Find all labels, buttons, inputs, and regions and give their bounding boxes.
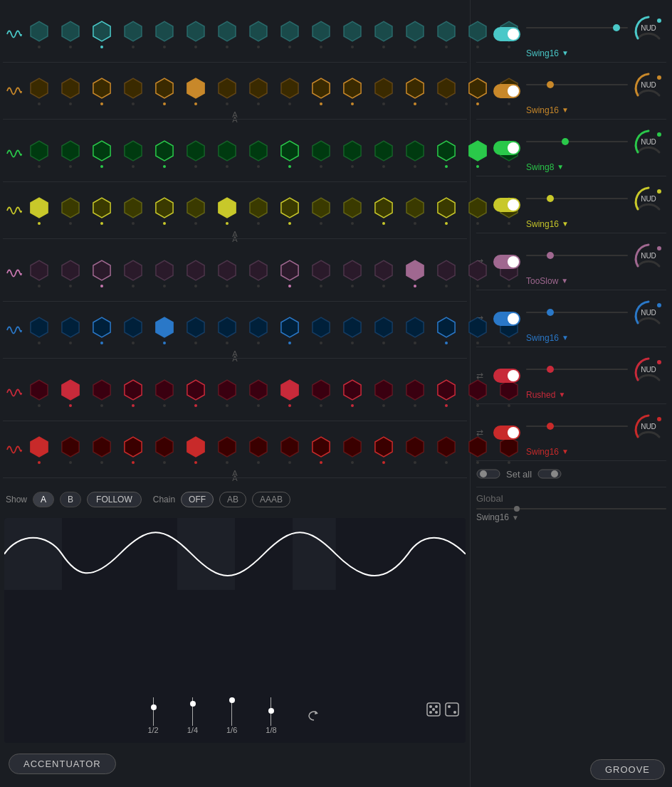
global-dropdown-arrow[interactable]: ▼ [512, 514, 519, 522]
hex-cell-3-8[interactable] [275, 139, 305, 169]
hex-cell-1-2[interactable] [87, 19, 117, 49]
hex-cell-4-10[interactable] [337, 196, 367, 226]
hex-cell-3-2[interactable] [87, 139, 117, 169]
hex-cell-5-0[interactable] [24, 258, 54, 288]
hex-cell-8-1[interactable] [56, 435, 85, 465]
hex-cell-8-9[interactable] [306, 435, 336, 465]
hex-cell-2-9[interactable] [306, 76, 336, 106]
hex-cell-7-14[interactable] [463, 378, 493, 408]
hex-cell-2-5[interactable] [181, 76, 211, 106]
hex-cell-1-0[interactable] [24, 19, 54, 49]
chain-ab-btn[interactable]: AB [219, 492, 246, 507]
hex-cell-1-4[interactable] [149, 19, 179, 49]
swing-dropdown-4[interactable]: ▼ [562, 220, 569, 228]
hex-cell-5-13[interactable] [431, 258, 461, 288]
hex-cell-6-0[interactable] [24, 315, 54, 345]
hex-cell-7-7[interactable] [243, 378, 273, 408]
hex-cell-2-7[interactable] [243, 76, 273, 106]
hex-cell-6-2[interactable] [87, 315, 117, 345]
hex-cell-5-10[interactable] [337, 258, 367, 288]
knob-7[interactable]: NUD [631, 352, 666, 387]
chain-off-btn[interactable]: OFF [181, 492, 214, 507]
hex-cell-3-9[interactable] [306, 139, 336, 169]
hex-cell-2-4[interactable] [149, 76, 179, 106]
hex-cell-4-6[interactable] [212, 196, 242, 226]
hex-cell-2-10[interactable] [337, 76, 367, 106]
hex-cell-3-6[interactable] [212, 139, 242, 169]
hex-cell-3-12[interactable] [400, 139, 430, 169]
hex-cell-2-3[interactable] [118, 76, 148, 106]
set-all-toggle-right[interactable] [537, 467, 562, 481]
hex-cell-7-2[interactable] [87, 378, 117, 408]
hex-cell-4-4[interactable] [149, 196, 179, 226]
hex-cell-8-7[interactable] [243, 435, 273, 465]
hex-cell-8-4[interactable] [149, 435, 179, 465]
knob-5[interactable]: NUD [631, 238, 666, 273]
hex-cell-4-7[interactable] [243, 196, 273, 226]
hex-cell-6-9[interactable] [306, 315, 336, 345]
hex-cell-6-13[interactable] [431, 315, 461, 345]
swing-dropdown-2[interactable]: ▼ [562, 106, 569, 114]
hex-cell-1-12[interactable] [400, 19, 430, 49]
hex-cell-3-1[interactable] [56, 139, 85, 169]
hex-cell-7-12[interactable] [400, 378, 430, 408]
toggle-4[interactable] [493, 198, 520, 212]
hex-cell-5-8[interactable] [275, 258, 305, 288]
hex-cell-8-2[interactable] [87, 435, 117, 465]
hex-cell-8-14[interactable] [463, 435, 493, 465]
hex-cell-7-11[interactable] [369, 378, 399, 408]
hex-cell-1-14[interactable] [463, 19, 493, 49]
hex-cell-6-10[interactable] [337, 315, 367, 345]
hex-cell-1-5[interactable] [181, 19, 211, 49]
hex-cell-1-13[interactable] [431, 19, 461, 49]
hex-cell-8-5[interactable] [181, 435, 211, 465]
swing-dropdown-3[interactable]: ▼ [557, 163, 564, 171]
hex-cell-2-14[interactable] [463, 76, 493, 106]
hex-cell-3-7[interactable] [243, 139, 273, 169]
toggle-8[interactable] [493, 426, 520, 440]
hex-cell-7-6[interactable] [212, 378, 242, 408]
hex-cell-8-12[interactable] [400, 435, 430, 465]
hex-cell-1-7[interactable] [243, 19, 273, 49]
swing-dropdown-8[interactable]: ▼ [562, 448, 569, 455]
hex-cell-4-12[interactable] [400, 196, 430, 226]
hex-cell-4-13[interactable] [431, 196, 461, 226]
hex-cell-5-6[interactable] [212, 258, 242, 288]
knob-8[interactable]: NUD [631, 408, 666, 444]
hex-cell-3-14[interactable] [463, 139, 493, 169]
hex-cell-8-8[interactable] [275, 435, 305, 465]
hex-cell-6-6[interactable] [212, 315, 242, 345]
hex-cell-6-1[interactable] [56, 315, 85, 345]
btn-b[interactable]: B [60, 492, 81, 507]
hex-cell-8-11[interactable] [369, 435, 399, 465]
swing-dropdown-5[interactable]: ▼ [561, 277, 568, 285]
set-all-toggle-left[interactable] [476, 467, 500, 481]
toggle-6[interactable] [493, 312, 520, 326]
hex-cell-4-9[interactable] [306, 196, 336, 226]
toggle-1[interactable] [493, 27, 520, 41]
hex-cell-2-11[interactable] [369, 76, 399, 106]
hex-cell-3-4[interactable] [149, 139, 179, 169]
knob-4[interactable]: NUD [631, 181, 666, 216]
hex-cell-2-0[interactable] [24, 76, 54, 106]
hex-cell-3-0[interactable] [24, 139, 54, 169]
knob-2[interactable]: NUD [631, 67, 666, 102]
hex-cell-1-10[interactable] [337, 19, 367, 49]
hex-cell-4-2[interactable] [87, 196, 117, 226]
hex-cell-4-0[interactable] [24, 196, 54, 226]
swing-dropdown-7[interactable]: ▼ [558, 391, 565, 398]
hex-cell-7-10[interactable] [337, 378, 367, 408]
hex-cell-8-10[interactable] [337, 435, 367, 465]
toggle-5[interactable] [493, 255, 520, 269]
hex-cell-6-8[interactable] [275, 315, 305, 345]
hex-cell-6-11[interactable] [369, 315, 399, 345]
hex-cell-7-1[interactable] [56, 378, 85, 408]
hex-cell-7-8[interactable] [275, 378, 305, 408]
hex-cell-4-11[interactable] [369, 196, 399, 226]
hex-cell-1-11[interactable] [369, 19, 399, 49]
hex-cell-5-2[interactable] [87, 258, 117, 288]
hex-cell-6-14[interactable] [463, 315, 493, 345]
hex-cell-5-7[interactable] [243, 258, 273, 288]
hex-cell-4-5[interactable] [181, 196, 211, 226]
knob-1[interactable]: NUD [631, 10, 666, 46]
